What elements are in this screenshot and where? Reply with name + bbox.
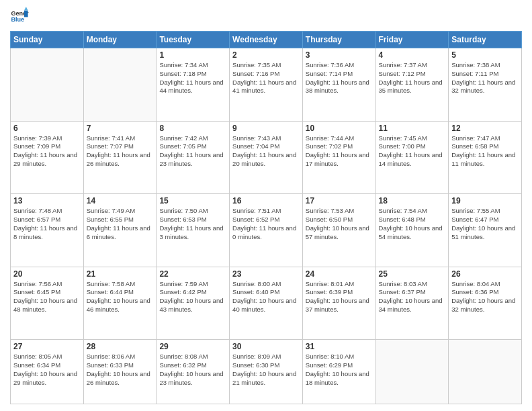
day-info: Sunrise: 7:36 AM Sunset: 7:14 PM Dayligh… — [306, 61, 373, 95]
day-info: Sunrise: 7:44 AM Sunset: 7:02 PM Dayligh… — [306, 134, 373, 169]
calendar-cell: 12Sunrise: 7:47 AM Sunset: 6:58 PM Dayli… — [449, 121, 522, 194]
day-info: Sunrise: 7:49 AM Sunset: 6:55 PM Dayligh… — [87, 207, 154, 241]
day-info: Sunrise: 7:45 AM Sunset: 7:00 PM Dayligh… — [379, 134, 446, 169]
day-number: 12 — [451, 124, 519, 133]
day-info: Sunrise: 8:05 AM Sunset: 6:34 PM Dayligh… — [13, 353, 81, 387]
day-number: 27 — [13, 342, 81, 351]
calendar-cell: 17Sunrise: 7:53 AM Sunset: 6:50 PM Dayli… — [302, 194, 375, 267]
day-number: 28 — [87, 342, 154, 351]
calendar-cell: 28Sunrise: 8:06 AM Sunset: 6:33 PM Dayli… — [83, 340, 157, 404]
day-number: 15 — [159, 196, 226, 205]
weekday-header: Tuesday — [157, 32, 230, 48]
day-number: 21 — [87, 269, 154, 279]
calendar-cell: 8Sunrise: 7:42 AM Sunset: 7:05 PM Daylig… — [157, 121, 230, 194]
day-info: Sunrise: 7:43 AM Sunset: 7:04 PM Dayligh… — [232, 134, 300, 169]
svg-text:Blue: Blue — [11, 16, 24, 23]
day-number: 3 — [306, 50, 373, 60]
day-info: Sunrise: 8:03 AM Sunset: 6:37 PM Dayligh… — [379, 280, 446, 314]
day-info: Sunrise: 7:34 AM Sunset: 7:18 PM Dayligh… — [159, 61, 226, 95]
svg-marker-3 — [24, 7, 28, 11]
day-info: Sunrise: 7:58 AM Sunset: 6:44 PM Dayligh… — [87, 280, 154, 314]
day-number: 26 — [451, 269, 519, 279]
calendar-cell: 10Sunrise: 7:44 AM Sunset: 7:02 PM Dayli… — [302, 121, 375, 194]
calendar-cell — [375, 340, 449, 404]
day-number: 23 — [232, 269, 300, 279]
day-info: Sunrise: 7:51 AM Sunset: 6:52 PM Dayligh… — [232, 207, 300, 241]
day-number: 22 — [159, 269, 226, 279]
calendar-table: SundayMondayTuesdayWednesdayThursdayFrid… — [10, 31, 522, 404]
calendar-cell: 20Sunrise: 7:56 AM Sunset: 6:45 PM Dayli… — [11, 267, 84, 340]
logo: General Blue — [10, 7, 29, 26]
page: General Blue SundayMondayTuesdayWednesda… — [0, 0, 532, 411]
day-number: 6 — [13, 124, 81, 133]
calendar-cell — [449, 340, 522, 404]
calendar-cell: 30Sunrise: 8:09 AM Sunset: 6:30 PM Dayli… — [230, 340, 303, 404]
calendar-cell: 31Sunrise: 8:10 AM Sunset: 6:29 PM Dayli… — [302, 340, 375, 404]
day-number: 17 — [306, 196, 373, 205]
day-info: Sunrise: 7:59 AM Sunset: 6:42 PM Dayligh… — [159, 280, 226, 314]
calendar-cell: 15Sunrise: 7:50 AM Sunset: 6:53 PM Dayli… — [157, 194, 230, 267]
calendar-cell: 13Sunrise: 7:48 AM Sunset: 6:57 PM Dayli… — [11, 194, 84, 267]
day-number: 14 — [87, 196, 154, 205]
calendar-cell: 1Sunrise: 7:34 AM Sunset: 7:18 PM Daylig… — [157, 48, 230, 122]
day-number: 10 — [306, 124, 373, 133]
day-number: 30 — [232, 342, 300, 351]
logo-icon: General Blue — [10, 7, 29, 26]
calendar-cell: 26Sunrise: 8:04 AM Sunset: 6:36 PM Dayli… — [449, 267, 522, 340]
calendar-cell — [11, 48, 84, 122]
day-info: Sunrise: 7:42 AM Sunset: 7:05 PM Dayligh… — [159, 134, 226, 169]
header: General Blue — [10, 7, 522, 26]
day-info: Sunrise: 8:01 AM Sunset: 6:39 PM Dayligh… — [306, 280, 373, 314]
day-number: 13 — [13, 196, 81, 205]
day-number: 29 — [159, 342, 226, 351]
calendar-cell: 21Sunrise: 7:58 AM Sunset: 6:44 PM Dayli… — [83, 267, 157, 340]
calendar-cell: 9Sunrise: 7:43 AM Sunset: 7:04 PM Daylig… — [230, 121, 303, 194]
day-info: Sunrise: 8:09 AM Sunset: 6:30 PM Dayligh… — [232, 353, 300, 387]
day-number: 19 — [451, 196, 519, 205]
calendar-cell: 16Sunrise: 7:51 AM Sunset: 6:52 PM Dayli… — [230, 194, 303, 267]
calendar-cell: 6Sunrise: 7:39 AM Sunset: 7:09 PM Daylig… — [11, 121, 84, 194]
day-number: 2 — [232, 50, 300, 60]
day-info: Sunrise: 7:56 AM Sunset: 6:45 PM Dayligh… — [13, 280, 81, 314]
calendar-cell: 2Sunrise: 7:35 AM Sunset: 7:16 PM Daylig… — [230, 48, 303, 122]
day-info: Sunrise: 7:53 AM Sunset: 6:50 PM Dayligh… — [306, 207, 373, 241]
day-info: Sunrise: 8:00 AM Sunset: 6:40 PM Dayligh… — [232, 280, 300, 314]
calendar-cell: 23Sunrise: 8:00 AM Sunset: 6:40 PM Dayli… — [230, 267, 303, 340]
calendar-cell: 14Sunrise: 7:49 AM Sunset: 6:55 PM Dayli… — [83, 194, 157, 267]
calendar-cell: 7Sunrise: 7:41 AM Sunset: 7:07 PM Daylig… — [83, 121, 157, 194]
day-info: Sunrise: 8:06 AM Sunset: 6:33 PM Dayligh… — [87, 353, 154, 387]
day-number: 1 — [159, 50, 226, 60]
weekday-header: Friday — [375, 32, 449, 48]
day-number: 4 — [379, 50, 446, 60]
calendar-cell: 4Sunrise: 7:37 AM Sunset: 7:12 PM Daylig… — [375, 48, 449, 122]
calendar-cell: 22Sunrise: 7:59 AM Sunset: 6:42 PM Dayli… — [157, 267, 230, 340]
weekday-header: Sunday — [11, 32, 84, 48]
day-info: Sunrise: 8:04 AM Sunset: 6:36 PM Dayligh… — [451, 280, 519, 314]
calendar-cell: 25Sunrise: 8:03 AM Sunset: 6:37 PM Dayli… — [375, 267, 449, 340]
day-number: 20 — [13, 269, 81, 279]
weekday-header: Saturday — [449, 32, 522, 48]
calendar-cell: 5Sunrise: 7:38 AM Sunset: 7:11 PM Daylig… — [449, 48, 522, 122]
weekday-header: Thursday — [302, 32, 375, 48]
weekday-header: Monday — [83, 32, 157, 48]
weekday-header: Wednesday — [230, 32, 303, 48]
day-number: 9 — [232, 124, 300, 133]
day-info: Sunrise: 7:37 AM Sunset: 7:12 PM Dayligh… — [379, 61, 446, 95]
calendar-cell: 24Sunrise: 8:01 AM Sunset: 6:39 PM Dayli… — [302, 267, 375, 340]
day-number: 16 — [232, 196, 300, 205]
day-number: 5 — [451, 50, 519, 60]
calendar-cell: 19Sunrise: 7:55 AM Sunset: 6:47 PM Dayli… — [449, 194, 522, 267]
day-info: Sunrise: 8:08 AM Sunset: 6:32 PM Dayligh… — [159, 353, 226, 387]
calendar-cell: 29Sunrise: 8:08 AM Sunset: 6:32 PM Dayli… — [157, 340, 230, 404]
calendar-cell — [83, 48, 157, 122]
day-number: 11 — [379, 124, 446, 133]
day-info: Sunrise: 7:54 AM Sunset: 6:48 PM Dayligh… — [379, 207, 446, 241]
day-info: Sunrise: 7:35 AM Sunset: 7:16 PM Dayligh… — [232, 61, 300, 95]
day-info: Sunrise: 8:10 AM Sunset: 6:29 PM Dayligh… — [306, 353, 373, 387]
calendar-cell: 11Sunrise: 7:45 AM Sunset: 7:00 PM Dayli… — [375, 121, 449, 194]
day-number: 18 — [379, 196, 446, 205]
day-info: Sunrise: 7:50 AM Sunset: 6:53 PM Dayligh… — [159, 207, 226, 241]
day-info: Sunrise: 7:48 AM Sunset: 6:57 PM Dayligh… — [13, 207, 81, 241]
day-info: Sunrise: 7:47 AM Sunset: 6:58 PM Dayligh… — [451, 134, 519, 169]
day-info: Sunrise: 7:38 AM Sunset: 7:11 PM Dayligh… — [451, 61, 519, 95]
